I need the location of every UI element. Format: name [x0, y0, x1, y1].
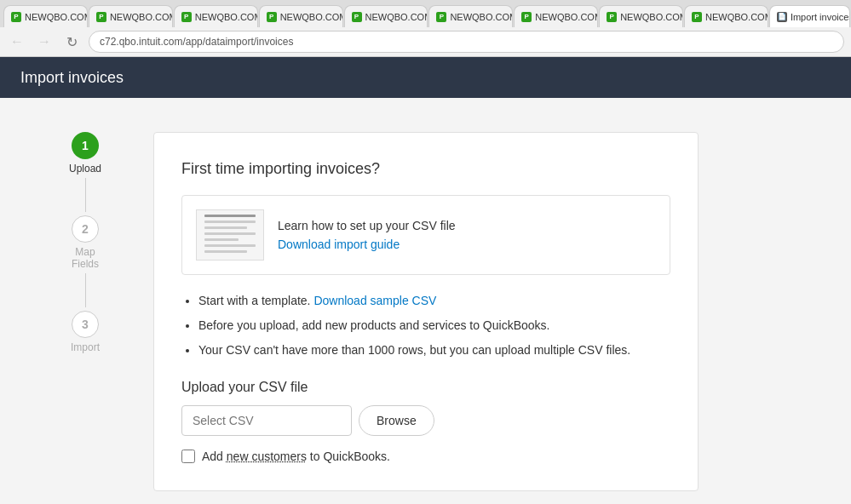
- import-card: First time importing invoices? Learn how…: [153, 132, 699, 491]
- tab-8[interactable]: P NEWQBO.COM ✕: [599, 5, 683, 27]
- step-circle-1: 1: [72, 132, 99, 159]
- new-customers-link[interactable]: new customers: [227, 450, 307, 463]
- guide-box: Learn how to set up your CSV file Downlo…: [181, 195, 670, 275]
- tab-5[interactable]: P NEWQBO.COM ✕: [344, 5, 428, 27]
- tab-label-6: NEWQBO.COM: [450, 12, 513, 22]
- tab-6[interactable]: P NEWQBO.COM ✕: [428, 5, 513, 27]
- tab-favicon-2: P: [96, 12, 106, 22]
- step-1: 1 Upload: [69, 132, 101, 175]
- address-bar-row: ← → ↻ c72.qbo.intuit.com/app/dataimport/…: [0, 27, 851, 56]
- tab-favicon-4: P: [267, 12, 277, 22]
- tab-favicon-1: P: [11, 12, 21, 22]
- back-button[interactable]: ←: [7, 32, 27, 52]
- bullet-list: Start with a template. Download sample C…: [181, 292, 670, 359]
- thumb-line-3: [204, 226, 247, 229]
- download-guide-link[interactable]: Download import guide: [278, 238, 400, 251]
- bullet-text-2: Before you upload, add new products and …: [198, 318, 549, 332]
- tab-label-10: Import invoices: [791, 12, 850, 22]
- tab-label-9: NEWQBO.COM: [705, 12, 768, 22]
- bullet-item-1: Start with a template. Download sample C…: [198, 292, 670, 310]
- refresh-button[interactable]: ↻: [61, 32, 82, 52]
- step-label-3: Import: [71, 341, 100, 353]
- tab-favicon-9: P: [692, 12, 702, 22]
- step-label-1: Upload: [69, 163, 101, 175]
- download-sample-link[interactable]: Download sample CSV: [313, 294, 436, 307]
- tab-favicon-6: P: [436, 12, 446, 22]
- tab-label-7: NEWQBO.COM: [535, 12, 598, 22]
- browse-button[interactable]: Browse: [359, 405, 434, 436]
- tab-9[interactable]: P NEWQBO.COM ✕: [684, 5, 768, 27]
- tab-label-4: NEWQBO.COM: [280, 12, 343, 22]
- step-circle-3: 3: [72, 311, 99, 338]
- bullet-item-2: Before you upload, add new products and …: [198, 317, 670, 335]
- add-customers-checkbox[interactable]: [181, 450, 195, 463]
- app-header: Import invoices: [0, 57, 851, 98]
- tab-label-1: NEWQBO.COM: [25, 12, 88, 22]
- thumb-line-5: [204, 238, 239, 241]
- csv-file-input[interactable]: [181, 405, 352, 436]
- step-connector-2: [85, 273, 86, 307]
- browser-chrome: P NEWQBO.COM ✕ P NEWQBO.COM ✕ P NEWQBO.C…: [0, 0, 851, 57]
- card-title: First time importing invoices?: [181, 160, 670, 178]
- address-bar[interactable]: c72.qbo.intuit.com/app/dataimport/invoic…: [89, 31, 844, 53]
- tab-1[interactable]: P NEWQBO.COM ✕: [3, 5, 88, 27]
- thumb-line-4: [204, 232, 256, 235]
- forward-button[interactable]: →: [34, 32, 55, 52]
- step-2: 2 MapFields: [72, 215, 99, 270]
- tab-3[interactable]: P NEWQBO.COM ✕: [174, 5, 258, 27]
- page-title: Import invoices: [20, 69, 124, 87]
- address-text: c72.qbo.intuit.com/app/dataimport/invoic…: [100, 36, 293, 48]
- thumb-line-2: [204, 220, 256, 223]
- bullet-item-3: Your CSV can't have more than 1000 rows,…: [198, 341, 670, 359]
- guide-thumbnail: [196, 209, 264, 261]
- upload-row: Browse: [181, 405, 670, 436]
- add-customers-label: Add new customers to QuickBooks.: [202, 450, 390, 463]
- step-label-2: MapFields: [72, 246, 99, 270]
- tab-label-5: NEWQBO.COM: [365, 12, 428, 22]
- step-number-1: 1: [82, 139, 89, 152]
- thumb-line-6: [204, 244, 256, 247]
- tab-10-active[interactable]: 📄 Import invoices ✕: [769, 5, 850, 27]
- thumb-line-1: [204, 215, 256, 217]
- tab-favicon-10: 📄: [777, 12, 787, 22]
- tab-label-3: NEWQBO.COM: [195, 12, 258, 22]
- step-number-3: 3: [82, 318, 89, 331]
- tab-2[interactable]: P NEWQBO.COM ✕: [89, 5, 173, 27]
- tab-bar: P NEWQBO.COM ✕ P NEWQBO.COM ✕ P NEWQBO.C…: [0, 0, 851, 27]
- tab-7[interactable]: P NEWQBO.COM ✕: [514, 5, 598, 27]
- tab-favicon-3: P: [181, 12, 192, 22]
- step-3: 3 Import: [71, 311, 100, 353]
- tab-label-2: NEWQBO.COM: [110, 12, 173, 22]
- checkbox-row: Add new customers to QuickBooks.: [181, 450, 670, 463]
- tab-4[interactable]: P NEWQBO.COM ✕: [259, 5, 343, 27]
- step-circle-2: 2: [72, 215, 99, 243]
- stepper: 1 Upload 2 MapFields 3 Import: [51, 132, 119, 491]
- tab-favicon-8: P: [607, 12, 617, 22]
- main-content: 1 Upload 2 MapFields 3 Import First time…: [0, 98, 851, 504]
- tab-label-8: NEWQBO.COM: [620, 12, 683, 22]
- guide-text: Learn how to set up your CSV file: [278, 219, 456, 232]
- thumb-line-7: [204, 250, 247, 253]
- thumbnail-lines: [204, 215, 256, 256]
- guide-content: Learn how to set up your CSV file Downlo…: [278, 219, 456, 251]
- bullet-text-3: Your CSV can't have more than 1000 rows,…: [198, 343, 630, 357]
- upload-title: Upload your CSV file: [181, 380, 670, 395]
- bullet-text-1: Start with a template.: [198, 294, 313, 307]
- step-connector-1: [85, 178, 86, 212]
- tab-favicon-7: P: [521, 12, 532, 22]
- step-number-2: 2: [82, 222, 89, 236]
- checkbox-label-after: to QuickBooks.: [307, 450, 390, 463]
- tab-favicon-5: P: [352, 12, 362, 22]
- checkbox-label-before: Add: [202, 450, 227, 463]
